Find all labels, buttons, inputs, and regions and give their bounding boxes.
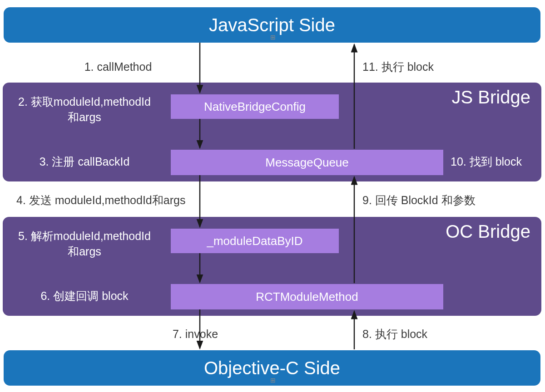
js-bridge-title: JS Bridge (452, 87, 530, 108)
step-6-label: 6. 创建回调 block (3, 289, 166, 304)
javascript-side-label: JavaScript Side (209, 15, 335, 35)
oc-bridge-title: OC Bridge (446, 221, 530, 242)
js-bridge-block: JS Bridge NativeBridgeConfig MessageQueu… (3, 83, 541, 181)
module-data-by-id-box: _moduleDataByID (171, 229, 339, 253)
resize-glyph-icon: ⊞ (270, 34, 276, 41)
step-3-label: 3. 注册 callBackId (3, 154, 166, 170)
step-11-label: 11. 执行 block (362, 59, 462, 75)
message-queue-box: MessageQueue (171, 150, 443, 175)
step-9-label: 9. 回传 BlockId 和参数 (362, 193, 517, 208)
step-4-label: 4. 发送 moduleId,methodId和args (16, 193, 207, 208)
oc-bridge-block: OC Bridge _moduleDataByID RCTModuleMetho… (3, 217, 541, 316)
rct-module-method-box: RCTModuleMethod (171, 284, 443, 309)
native-bridge-config-box: NativeBridgeConfig (171, 94, 339, 119)
resize-glyph-icon: ⊞ (270, 377, 276, 384)
step-1-label: 1. callMethod (59, 59, 177, 75)
objective-c-side-label: Objective-C Side (204, 358, 340, 378)
step-7-label: 7. invoke (150, 327, 241, 342)
step-5-label: 5. 解析moduleId,methodId 和args (3, 229, 166, 260)
message-queue-label: MessageQueue (265, 156, 349, 170)
diagram-canvas: JavaScript Side ⊞ JS Bridge NativeBridge… (0, 0, 545, 392)
step-8-label: 8. 执行 block (362, 327, 462, 342)
step-10-label: 10. 找到 block (451, 154, 541, 170)
step-2-label: 2. 获取moduleId,methodId 和args (3, 94, 166, 125)
native-bridge-config-label: NativeBridgeConfig (204, 100, 306, 114)
rct-module-method-label: RCTModuleMethod (256, 290, 358, 304)
module-data-by-id-label: _moduleDataByID (207, 234, 303, 248)
